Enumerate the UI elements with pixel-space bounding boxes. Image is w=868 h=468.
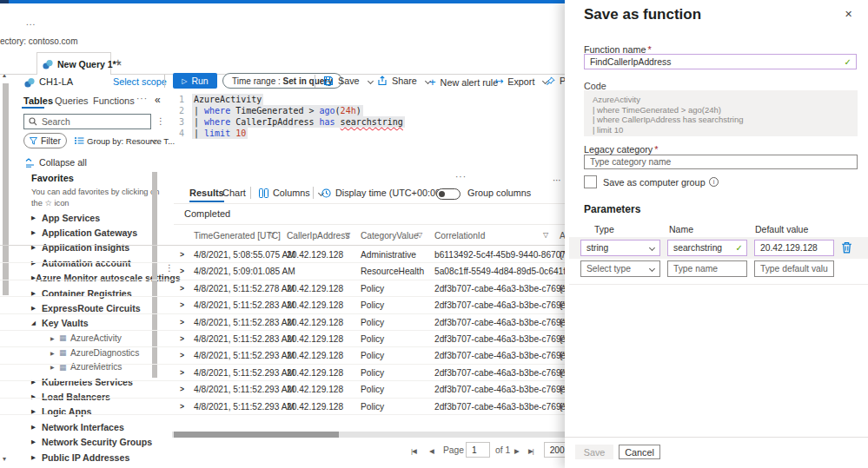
cell-1: 20.42.129.128 (287, 351, 343, 360)
row-expand-icon[interactable]: > (180, 267, 184, 275)
query-tab[interactable]: New Query 1* ✕ (36, 52, 111, 75)
function-name-input[interactable] (584, 54, 857, 69)
param-name-input-empty[interactable] (667, 260, 747, 277)
row-expand-icon[interactable]: > (180, 300, 184, 309)
export-label: Export (507, 76, 534, 87)
table-row[interactable]: >4/8/2021, 5:11:52.278 AM20.42.129.128Po… (0, 280, 573, 297)
search-box[interactable] (23, 114, 151, 129)
cell-0: 4/8/2021, 5:11:52.293 AM (194, 351, 295, 360)
run-button[interactable]: ▷ Run (173, 73, 217, 89)
row-expand-icon[interactable]: > (180, 318, 184, 326)
sidebar-tab-tables[interactable]: Tables (23, 96, 53, 106)
column-header-timegenerated-utc[interactable]: TimeGenerated [UTC] (194, 231, 281, 241)
new-alert-rule-button[interactable]: + New alert rule (429, 76, 498, 89)
next-page-icon[interactable]: ▶ (514, 447, 519, 455)
sidebar-group-public-ip-addresses[interactable]: ▶Public IP Addresses (17, 450, 165, 465)
first-page-icon[interactable]: |◀ (411, 447, 416, 455)
delete-param-icon[interactable] (841, 241, 852, 254)
sidebar-group-app-services[interactable]: ▶App Services (17, 210, 165, 225)
chevron-right-icon[interactable]: ▶ (31, 424, 42, 431)
column-header-calleripaddress[interactable]: CallerIpAddress (287, 231, 349, 241)
pin-icon (546, 76, 555, 86)
cell-1: 20.42.129.128 (287, 250, 343, 260)
line-number: 1 (174, 94, 184, 105)
table-row[interactable]: >4/8/2021, 5:09:01.085 AMResourceHealth5… (0, 263, 573, 280)
scroll-down-icon[interactable]: ▾ (3, 455, 6, 463)
cell-0: 4/8/2021, 5:11:52.283 AM (194, 318, 295, 327)
sidebar-tab-queries[interactable]: Queries (55, 96, 89, 106)
chart-tab[interactable]: Chart (222, 188, 246, 198)
row-expand-icon[interactable]: > (180, 351, 184, 359)
valid-check-icon: ✓ (736, 243, 743, 253)
select-scope-link[interactable]: Select scope (113, 76, 167, 87)
table-row[interactable]: >4/8/2021, 5:11:52.283 AM20.42.129.128Po… (0, 297, 573, 313)
chevron-right-icon[interactable]: ▶ (31, 438, 42, 445)
last-page-icon[interactable]: ▶| (528, 447, 533, 455)
chevron-right-icon[interactable]: ▶ (31, 214, 42, 221)
param-type-select[interactable]: string (580, 240, 660, 256)
sidebar-tab-functions[interactable]: Functions (93, 96, 135, 106)
sidebar-group-label: Network Security Groups (42, 437, 152, 447)
legacy-category-input[interactable] (584, 155, 858, 169)
column-header-categoryvalue[interactable]: CategoryValue (361, 231, 419, 241)
filter-button[interactable]: Filter (23, 133, 67, 148)
group-by-button[interactable]: Group by: Resource T... (87, 136, 175, 146)
chevron-right-icon[interactable]: ▶ (31, 454, 42, 461)
close-tab-icon[interactable]: ✕ (116, 60, 123, 68)
column-header-correlationid[interactable]: CorrelationId (434, 231, 485, 241)
page-number-input[interactable] (466, 442, 490, 458)
table-row[interactable]: >4/8/2021, 5:11:52.293 AM20.42.129.128Po… (0, 399, 573, 415)
query-editor[interactable]: 1AzureActivity2| where TimeGenerated > a… (174, 94, 405, 139)
legacy-category-label: Legacy category* (584, 144, 658, 155)
close-panel-icon[interactable]: ✕ (845, 9, 852, 20)
row-expand-icon[interactable]: > (180, 368, 184, 377)
search-input[interactable] (42, 115, 146, 128)
search-kebab-icon[interactable]: ⋮ (156, 116, 165, 126)
results-tab[interactable]: Results (189, 188, 224, 198)
filter-funnel-icon[interactable]: ▽ (269, 231, 275, 239)
row-expand-icon[interactable]: > (180, 284, 184, 293)
overflow-dots[interactable]: ... (26, 17, 36, 27)
param-default-input-empty[interactable] (754, 260, 834, 277)
table-row[interactable]: >4/8/2021, 5:11:52.283 AM20.42.129.128Po… (0, 314, 573, 331)
sidebar-group-network-interfaces[interactable]: ▶Network Interfaces (17, 419, 165, 434)
filter-funnel-icon[interactable]: ▽ (543, 231, 548, 239)
computer-group-checkbox[interactable] (584, 175, 597, 188)
row-expand-icon[interactable]: > (180, 385, 184, 393)
cell-0: 4/8/2021, 5:11:52.293 AM (194, 385, 295, 394)
row-expand-icon[interactable]: > (180, 334, 184, 343)
info-icon[interactable]: i (709, 177, 719, 187)
table-row[interactable]: >4/8/2021, 5:11:52.283 AM20.42.129.128Po… (0, 331, 573, 347)
legacy-category-label-text: Legacy category (584, 144, 653, 155)
export-button[interactable]: ↦ Export (495, 76, 547, 87)
prev-page-icon[interactable]: ◀ (429, 447, 434, 455)
row-expand-icon[interactable]: > (180, 250, 184, 259)
param-type-select-empty[interactable]: Select type (580, 260, 660, 277)
cell-2: Policy (361, 385, 384, 394)
row-expand-icon[interactable]: > (180, 402, 184, 411)
grid-overflow-icon[interactable]: ⋯ (553, 175, 561, 185)
table-row[interactable]: >4/8/2021, 5:11:52.293 AM20.42.129.128Po… (0, 347, 573, 364)
table-row[interactable]: >4/8/2021, 5:11:52.293 AM20.42.129.128Po… (0, 365, 573, 381)
filter-funnel-icon[interactable]: ▽ (417, 231, 422, 239)
active-tab-underline (22, 107, 44, 109)
cell-1: 20.42.129.128 (287, 284, 343, 293)
collapse-sidebar-icon[interactable]: « (155, 94, 161, 106)
workspace-name: CH1-LA (39, 76, 73, 87)
horizontal-scrollbar-track[interactable] (172, 432, 565, 438)
table-row[interactable]: >4/8/2021, 5:11:52.293 AM20.42.129.128Po… (0, 381, 573, 398)
filter-funnel-icon[interactable]: ▽ (345, 231, 350, 239)
horizontal-scrollbar-thumb[interactable] (174, 432, 339, 438)
save-function-button[interactable]: Save (575, 445, 613, 459)
scroll-up-icon[interactable]: ▴ (3, 71, 6, 79)
cancel-button[interactable]: Cancel (619, 445, 660, 459)
sidebar-overflow-dots[interactable]: ··· (136, 94, 148, 103)
table-row[interactable]: >4/8/2021, 5:08:55.075 AM20.42.129.128Ad… (0, 247, 573, 263)
editor-splitter-handle[interactable]: ··· (455, 172, 467, 181)
group-columns-toggle[interactable] (436, 188, 461, 200)
sidebar-group-network-security-groups[interactable]: ▶Network Security Groups (17, 434, 165, 449)
param-default-input[interactable] (754, 240, 834, 256)
share-button[interactable]: Share (377, 76, 430, 86)
collapse-all-button[interactable]: Collapse all (39, 157, 87, 168)
save-button[interactable]: Save (323, 76, 373, 86)
